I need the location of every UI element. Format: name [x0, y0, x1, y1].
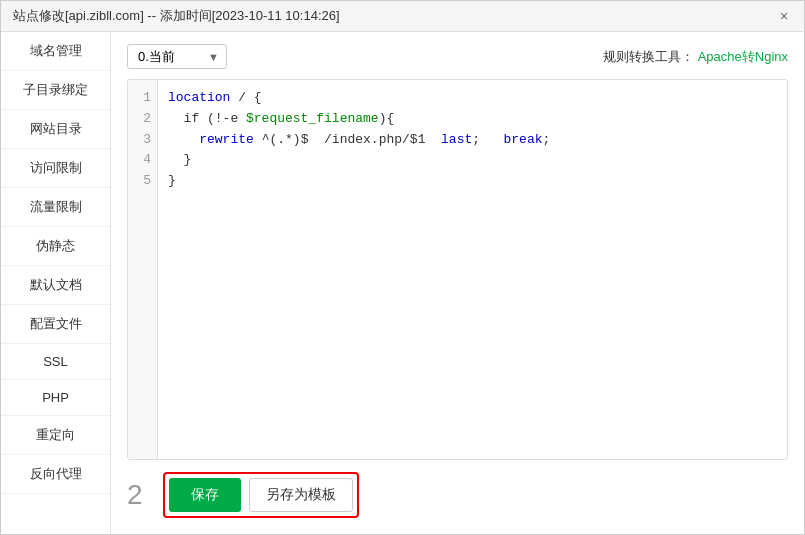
line-num-3: 3 [134, 130, 151, 151]
rule-tool-label: 规则转换工具： [603, 49, 694, 64]
line-numbers: 1 2 3 4 5 [128, 80, 158, 459]
code-editor[interactable]: 1 2 3 4 5 location / { if (!-e $request_… [128, 80, 787, 459]
title-bar: 站点修改[api.zibll.com] -- 添加时间[2023-10-11 1… [1, 1, 804, 32]
code-editor-wrapper: 1 2 3 4 5 location / { if (!-e $request_… [127, 79, 788, 460]
code-content[interactable]: location / { if (!-e $request_filename){… [158, 80, 787, 459]
toolbar: 0.当前 ▼ 规则转换工具： Apache转Nginx [127, 44, 788, 69]
sidebar-item-default-doc[interactable]: 默认文档 [1, 266, 110, 305]
sidebar: 域名管理 子目录绑定 网站目录 访问限制 流量限制 伪静态 默认文档 配置文件 [1, 32, 111, 534]
line-num-5: 5 [134, 171, 151, 192]
save-button[interactable]: 保存 [169, 478, 241, 512]
sidebar-item-webroot[interactable]: 网站目录 [1, 110, 110, 149]
sidebar-item-redirect[interactable]: 重定向 [1, 416, 110, 455]
version-select[interactable]: 0.当前 [127, 44, 227, 69]
line-num-4: 4 [134, 150, 151, 171]
sidebar-item-php[interactable]: PHP [1, 380, 110, 416]
button-group: 保存 另存为模板 [163, 472, 359, 518]
sidebar-item-rewrite[interactable]: 伪静态 [1, 227, 110, 266]
sidebar-item-access[interactable]: 访问限制 [1, 149, 110, 188]
page-number: 2 [127, 479, 143, 511]
sidebar-item-traffic[interactable]: 流量限制 [1, 188, 110, 227]
window-title: 站点修改[api.zibll.com] -- 添加时间[2023-10-11 1… [13, 7, 340, 25]
line-num-2: 2 [134, 109, 151, 130]
apache-to-nginx-link[interactable]: Apache转Nginx [698, 49, 788, 64]
version-select-wrapper: 0.当前 ▼ [127, 44, 227, 69]
sidebar-item-ssl[interactable]: SSL [1, 344, 110, 380]
save-template-button[interactable]: 另存为模板 [249, 478, 353, 512]
rule-tool: 规则转换工具： Apache转Nginx [603, 48, 788, 66]
main-window: 站点修改[api.zibll.com] -- 添加时间[2023-10-11 1… [0, 0, 805, 535]
sidebar-item-config[interactable]: 配置文件 [1, 305, 110, 344]
close-button[interactable]: × [776, 8, 792, 24]
sidebar-item-subdir[interactable]: 子目录绑定 [1, 71, 110, 110]
sidebar-item-domain[interactable]: 域名管理 [1, 32, 110, 71]
main-panel: 0.当前 ▼ 规则转换工具： Apache转Nginx 1 2 3 4 [111, 32, 804, 534]
content-area: 域名管理 子目录绑定 网站目录 访问限制 流量限制 伪静态 默认文档 配置文件 [1, 32, 804, 534]
sidebar-item-proxy[interactable]: 反向代理 [1, 455, 110, 494]
bottom-area: 2 保存 另存为模板 [127, 468, 788, 522]
line-num-1: 1 [134, 88, 151, 109]
